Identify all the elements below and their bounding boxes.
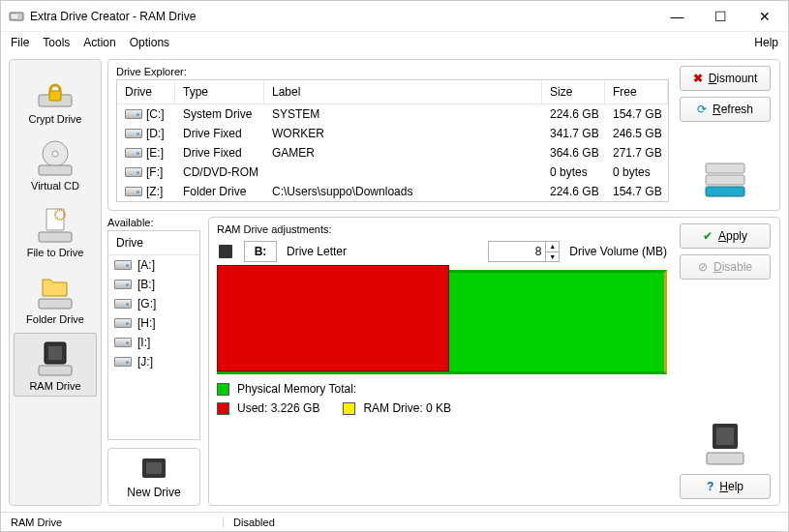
ram-small-icon	[217, 243, 234, 260]
drive-letter-box[interactable]: B:	[244, 241, 277, 262]
check-icon: ✔	[703, 229, 713, 243]
close-button[interactable]: ✕	[743, 2, 786, 31]
legend-ramdrive-icon	[343, 402, 355, 415]
x-icon: ✖	[693, 72, 703, 85]
drive-icon	[114, 338, 132, 347]
list-item[interactable]: [H:]	[108, 313, 199, 333]
svg-rect-21	[716, 428, 734, 445]
sidebar-item-ram-drive[interactable]: RAM Drive	[14, 333, 97, 397]
svg-rect-16	[706, 187, 744, 196]
col-type[interactable]: Type	[175, 80, 264, 103]
svg-rect-12	[48, 346, 62, 360]
volume-spinner[interactable]: ▲▼	[546, 241, 560, 262]
svg-rect-14	[706, 163, 744, 173]
svg-rect-22	[707, 453, 743, 464]
available-drive-list[interactable]: Drive [A:][B:][G:][H:][I:][J:]	[107, 230, 200, 440]
sidebar-item-virtual-cd[interactable]: Virtual CD	[14, 133, 97, 196]
lock-drive-icon	[32, 73, 78, 111]
list-item[interactable]: [A:]	[108, 255, 199, 275]
spinner-up-icon[interactable]: ▲	[546, 242, 559, 252]
legend-used-label: Used: 3.226 GB	[237, 401, 319, 415]
table-row[interactable]: [D:]Drive FixedWORKER341.7 GB246.5 GB	[117, 124, 668, 143]
sidebar-item-folder-drive[interactable]: Folder Drive	[14, 266, 97, 330]
menu-action[interactable]: Action	[83, 36, 115, 49]
menu-bar: File Tools Action Options Help	[1, 32, 788, 53]
ram-chip-icon	[137, 455, 170, 482]
menu-file[interactable]: File	[11, 36, 29, 49]
status-right: Disabled	[224, 517, 285, 528]
drive-icon	[114, 318, 132, 328]
svg-rect-3	[49, 91, 61, 101]
table-row[interactable]: [Z:]Folder DriveC:\Users\suppo\Downloads…	[117, 182, 668, 201]
drive-icon	[125, 129, 142, 138]
svg-point-5	[52, 151, 58, 157]
status-bar: RAM Drive Disabled	[1, 512, 788, 531]
sidebar: Crypt Drive Virtual CD File to Drive Fol…	[9, 59, 102, 506]
legend-total-icon	[217, 383, 229, 396]
drive-volume-input[interactable]: 8	[488, 241, 546, 262]
table-row[interactable]: [F:]CD/DVD-ROM0 bytes0 bytes	[117, 163, 668, 182]
drive-icon	[125, 148, 142, 158]
col-size[interactable]: Size	[542, 80, 605, 103]
svg-rect-19	[219, 245, 232, 258]
disable-button[interactable]: ⊘Disable	[680, 254, 771, 280]
col-drive[interactable]: Drive	[117, 80, 175, 103]
drive-explorer-panel: Drive Explorer: Drive Type Label Size Fr…	[107, 59, 780, 211]
memory-graph	[217, 270, 667, 374]
drive-table[interactable]: Drive Type Label Size Free [C:]System Dr…	[116, 79, 669, 202]
table-row[interactable]: [E:]Drive FixedGAMER364.6 GB271.7 GB	[117, 143, 668, 163]
dismount-button[interactable]: ✖Dismount	[680, 66, 771, 91]
legend-total-label: Physical Memory Total:	[237, 382, 356, 396]
maximize-button[interactable]: ☐	[699, 2, 743, 31]
title-bar: Extra Drive Creator - RAM Drive — ☐ ✕	[1, 1, 788, 32]
svg-rect-10	[39, 299, 72, 309]
col-label[interactable]: Label	[264, 80, 542, 103]
legend-used-icon	[217, 402, 229, 415]
drive-icon	[114, 260, 132, 270]
prohibit-icon: ⊘	[698, 260, 708, 274]
legend-ramdrive-label: RAM Drive: 0 KB	[363, 401, 451, 415]
question-icon: ?	[707, 480, 713, 493]
drives-stack-icon	[701, 160, 749, 202]
menu-options[interactable]: Options	[130, 36, 169, 49]
list-item[interactable]: [J:]	[108, 352, 199, 371]
drive-icon	[125, 187, 142, 196]
sidebar-item-crypt-drive[interactable]: Crypt Drive	[14, 66, 97, 130]
svg-rect-13	[39, 366, 72, 375]
help-button[interactable]: ?Help	[680, 474, 771, 499]
svg-rect-1	[12, 15, 17, 18]
menu-tools[interactable]: Tools	[43, 36, 70, 49]
status-left: RAM Drive	[1, 517, 224, 528]
minimize-button[interactable]: —	[655, 2, 699, 31]
table-row[interactable]: [C:]System DriveSYSTEM224.6 GB154.7 GB	[117, 104, 668, 124]
refresh-icon: ⟳	[697, 103, 707, 116]
drive-volume-label: Drive Volume (MB)	[569, 245, 667, 258]
list-item[interactable]: [G:]	[108, 294, 199, 313]
col-free[interactable]: Free	[605, 80, 668, 103]
spinner-down-icon[interactable]: ▼	[546, 252, 559, 262]
drive-icon	[125, 167, 142, 177]
drive-icon	[114, 280, 132, 289]
drive-explorer-label: Drive Explorer:	[116, 66, 669, 77]
refresh-button[interactable]: ⟳Refresh	[680, 97, 771, 122]
drive-icon	[114, 357, 132, 367]
ram-adjustments-panel: RAM Drive adjustments: B: Drive Letter 8…	[208, 217, 780, 506]
svg-rect-15	[706, 175, 744, 185]
svg-rect-9	[39, 232, 72, 242]
svg-rect-18	[146, 462, 162, 474]
menu-help[interactable]: Help	[754, 36, 778, 49]
list-item[interactable]: [B:]	[108, 275, 199, 294]
drive-letter-label: Drive Letter	[287, 245, 347, 258]
window-title: Extra Drive Creator - RAM Drive	[30, 10, 655, 23]
drive-icon	[125, 109, 142, 119]
apply-button[interactable]: ✔Apply	[680, 223, 771, 249]
sidebar-item-file-to-drive[interactable]: File to Drive	[14, 199, 97, 263]
ram-drive-icon	[32, 340, 78, 378]
available-label: Available:	[107, 217, 200, 228]
new-drive-button[interactable]: New Drive	[107, 448, 200, 506]
ram-drive-large-icon	[701, 420, 749, 468]
app-icon	[9, 9, 24, 24]
list-item[interactable]: [I:]	[108, 333, 199, 352]
drive-icon	[114, 299, 132, 309]
cd-drive-icon	[32, 139, 78, 178]
